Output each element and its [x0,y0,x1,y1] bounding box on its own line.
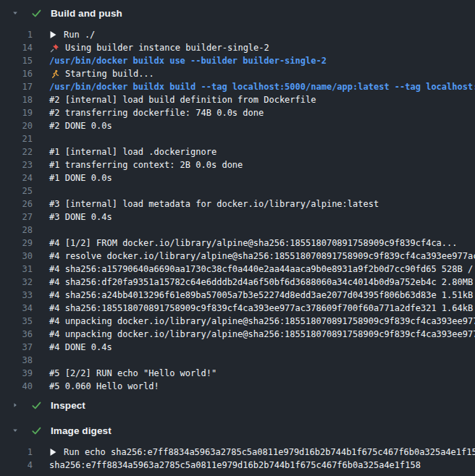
log-line: 37#4 DONE 0.4s [0,341,475,354]
play-icon[interactable] [49,31,56,38]
log-line: 17/usr/bin/docker buildx build --tag loc… [0,80,475,93]
log-line: 36#4 unpacking docker.io/library/alpine@… [0,328,475,341]
check-icon [31,400,42,411]
log-line: 20#2 DONE 0.0s [0,119,475,132]
line-number[interactable]: 29 [0,237,33,250]
line-text-content: #4 sha256:185518070891758909c9f839cf4ca3… [49,302,475,315]
line-text: #2 DONE 0.0s [49,119,112,132]
line-text-content: #1 DONE 0.0s [49,171,112,184]
line-text: /usr/bin/docker buildx use --builder bui… [49,54,327,67]
line-text-content: #4 sha256:a15790640a6690aa1730c38cf0a440… [49,263,475,276]
line-text-content: #3 [internal] load metadata for docker.i… [49,197,379,211]
line-text: Starting build... [49,67,154,80]
log-line: 1Run echo sha256:e7ff8834a5963a2785c5a08… [0,446,475,459]
log-line: 31#4 sha256:a15790640a6690aa1730c38cf0a4… [0,263,475,276]
chevron-down-icon [11,427,19,434]
log-line: 32#4 sha256:df20fa9351a15782c64e6dddb2d4… [0,276,475,289]
line-text: #4 sha256:a15790640a6690aa1730c38cf0a440… [49,263,475,276]
log-line: 34#4 sha256:185518070891758909c9f839cf4c… [0,302,475,315]
line-number[interactable]: 28 [0,224,33,237]
line-text: #1 DONE 0.0s [49,171,112,184]
chevron-right-icon [11,401,19,409]
line-number[interactable]: 20 [0,119,33,132]
section-header-inspect[interactable]: Inspect [0,393,475,417]
line-text: #4 [1/2] FROM docker.io/library/alpine@s… [49,237,458,250]
runner-icon [49,69,59,79]
log-line: 38 [0,354,475,367]
section-title: Build and push [51,8,122,19]
line-text: #2 [internal] load build definition from… [49,93,316,106]
line-text: #3 DONE 0.4s [49,211,112,224]
line-number[interactable]: 24 [0,171,33,184]
line-text-content: #4 DONE 0.4s [49,341,112,354]
log-line: 30#4 resolve docker.io/library/alpine@sh… [0,250,475,263]
line-text-content: Run ./ [64,28,95,41]
line-number[interactable]: 36 [0,328,33,341]
line-number[interactable]: 22 [0,145,33,158]
line-number[interactable]: 19 [0,106,33,119]
line-text-content: #4 resolve docker.io/library/alpine@sha2… [49,250,475,263]
play-icon[interactable] [49,449,56,456]
line-number[interactable]: 33 [0,289,33,302]
check-icon [31,425,42,436]
line-text-content: #3 DONE 0.4s [49,211,112,224]
section-lines-build-and-push: 1Run ./14Using builder instance builder-… [0,26,475,393]
line-number[interactable]: 4 [0,459,33,472]
line-number[interactable]: 30 [0,250,33,263]
log-line: 26#3 [internal] load metadata for docker… [0,197,475,211]
log-line: 4sha256:e7ff8834a5963a2785c5a0811e979d16… [0,459,475,472]
log-line: 40#5 0.060 Hello world! [0,380,475,393]
line-number[interactable]: 15 [0,54,33,67]
line-number[interactable]: 26 [0,197,33,211]
line-number[interactable]: 21 [0,132,33,145]
log-line: 33#4 sha256:a24bb4013296f61e89ba57005a7b… [0,289,475,302]
line-text: Run echo sha256:e7ff8834a5963a2785c5a081… [49,446,475,459]
line-number[interactable]: 39 [0,367,33,380]
line-number[interactable]: 31 [0,263,33,276]
line-number[interactable]: 34 [0,302,33,315]
line-number[interactable]: 25 [0,184,33,197]
log-line: 24#1 DONE 0.0s [0,171,475,184]
line-number[interactable]: 17 [0,80,33,93]
line-text: Using builder instance builder-single-2 [49,41,269,54]
line-text: #4 DONE 0.4s [49,341,112,354]
line-text: #4 sha256:df20fa9351a15782c64e6dddb2d4a6… [49,276,475,289]
section-title: Image digest [51,425,112,436]
line-text: #1 [internal] load .dockerignore [49,145,217,158]
log-line: 39#5 [2/2] RUN echo "Hello world!" [0,367,475,380]
line-number[interactable]: 16 [0,67,33,80]
line-text: #4 sha256:a24bb4013296f61e89ba57005a7b3e… [49,289,475,302]
line-number[interactable]: 18 [0,93,33,106]
section-title: Inspect [51,400,85,411]
line-number[interactable]: 1 [0,28,33,41]
line-text-content: Starting build... [65,67,154,80]
line-number[interactable]: 1 [0,446,33,459]
line-number[interactable]: 37 [0,341,33,354]
line-text: #1 transferring context: 2B 0.0s done [49,158,243,171]
line-text: #5 0.060 Hello world! [49,380,159,393]
check-icon [31,8,42,19]
line-number[interactable]: 27 [0,211,33,224]
line-number[interactable]: 38 [0,354,33,367]
chevron-down-icon [11,9,19,17]
line-number[interactable]: 23 [0,158,33,171]
section-header-build-and-push[interactable]: Build and push [0,0,475,26]
line-text: #5 [2/2] RUN echo "Hello world!" [49,367,217,380]
line-text-content: #4 sha256:df20fa9351a15782c64e6dddb2d4a6… [49,276,475,289]
line-text: #4 unpacking docker.io/library/alpine@sh… [49,315,475,328]
log-line: 23#1 transferring context: 2B 0.0s done [0,158,475,171]
line-number[interactable]: 40 [0,380,33,393]
line-text-content: Run echo sha256:e7ff8834a5963a2785c5a081… [64,446,475,459]
line-text-content: #4 unpacking docker.io/library/alpine@sh… [49,315,475,328]
line-text: #2 transferring dockerfile: 74B 0.0s don… [49,106,264,119]
line-number[interactable]: 35 [0,315,33,328]
line-number[interactable]: 14 [0,41,33,54]
log-line: 18#2 [internal] load build definition fr… [0,93,475,106]
log-line: 27#3 DONE 0.4s [0,211,475,224]
log-line: 22#1 [internal] load .dockerignore [0,145,475,158]
line-text-content: #2 [internal] load build definition from… [49,93,316,106]
line-number[interactable]: 32 [0,276,33,289]
line-text-content: sha256:e7ff8834a5963a2785c5a0811e979d16b… [49,459,421,472]
section-header-image-digest[interactable]: Image digest [0,417,475,443]
log-line: 14Using builder instance builder-single-… [0,41,475,54]
